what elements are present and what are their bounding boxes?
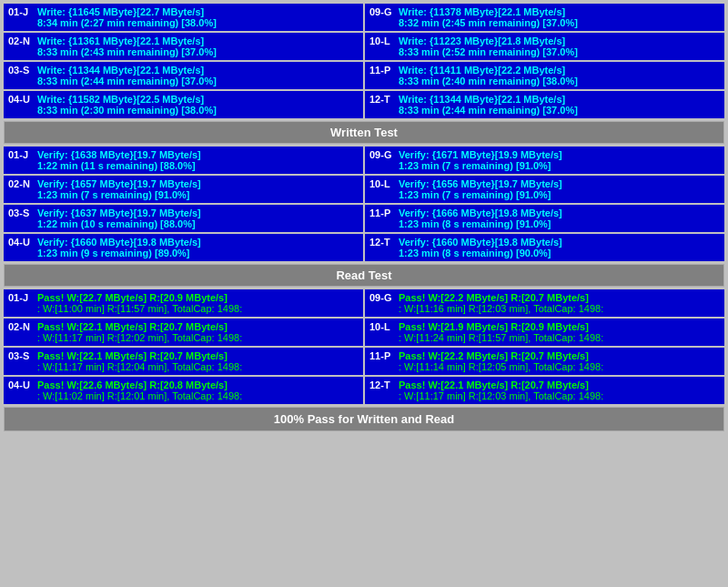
cell-line2: 1:22 min (10 s remaining) [88.0%] [37, 218, 201, 229]
write-grid-cell-1-left: 02-NWrite: {11361 MByte}[22.1 MByte/s]8:… [4, 33, 363, 60]
cell-line1: Write: {11344 MByte}[22.1 MByte/s] [399, 94, 578, 105]
drive-id: 12-T [369, 94, 395, 105]
cell-line2: : W:[11:17 min] R:[12:03 min], TotalCap:… [399, 390, 603, 401]
drive-id: 10-L [369, 321, 395, 332]
write-grid-cell-3-right: 12-TWrite: {11344 MByte}[22.1 MByte/s]8:… [365, 91, 724, 118]
verify-grid-cell-3-right: 12-TVerify: {1660 MByte}[19.8 MByte/s]1:… [365, 234, 724, 261]
pass-section: 01-JPass! W:[22.7 MByte/s] R:[20.9 MByte… [4, 289, 724, 404]
cell-line1: Write: {11344 MByte}[22.1 MByte/s] [37, 65, 217, 76]
write-grid-cell-1-right: 10-LWrite: {11223 MByte}[21.8 MByte/s]8:… [365, 33, 724, 60]
written-test-header: Written Test [4, 121, 724, 144]
cell-line2: : W:[11:24 min] R:[11:57 min], TotalCap:… [399, 332, 603, 343]
cell-line1: Verify: {1638 MByte}[19.7 MByte/s] [37, 149, 201, 160]
cell-line1: Pass! W:[22.2 MByte/s] R:[20.7 MByte/s] [399, 350, 603, 361]
write-grid-cell-0-right: 09-GWrite: {11378 MByte}[22.1 MByte/s]8:… [365, 4, 724, 31]
write-grid: 01-JWrite: {11645 MByte}[22.7 MByte/s]8:… [4, 4, 724, 118]
verify-section: 01-JVerify: {1638 MByte}[19.7 MByte/s]1:… [4, 147, 724, 261]
cell-line1: Write: {11223 MByte}[21.8 MByte/s] [399, 35, 578, 46]
drive-id: 02-N [8, 35, 34, 46]
cell-line2: : W:[11:17 min] R:[12:04 min], TotalCap:… [37, 361, 242, 372]
cell-line2: 1:23 min (8 s remaining) [90.0%] [399, 248, 562, 258]
drive-id: 11-P [369, 65, 395, 76]
cell-line1: Write: {11361 MByte}[22.1 MByte/s] [37, 35, 217, 46]
footer: 100% Pass for Written and Read [4, 407, 724, 431]
drive-id: 01-J [8, 6, 34, 17]
verify-grid: 01-JVerify: {1638 MByte}[19.7 MByte/s]1:… [4, 147, 724, 261]
verify-grid-cell-0-left: 01-JVerify: {1638 MByte}[19.7 MByte/s]1:… [4, 147, 363, 174]
pass-grid-cell-1-left: 02-NPass! W:[22.1 MByte/s] R:[20.7 MByte… [4, 319, 363, 346]
write-section: 01-JWrite: {11645 MByte}[22.7 MByte/s]8:… [4, 4, 724, 118]
verify-grid-cell-2-right: 11-PVerify: {1666 MByte}[19.8 MByte/s]1:… [365, 205, 724, 232]
cell-line1: Verify: {1637 MByte}[19.7 MByte/s] [37, 207, 201, 218]
cell-line1: Pass! W:[22.1 MByte/s] R:[20.7 MByte/s] [399, 380, 603, 390]
cell-line2: : W:[11:14 min] R:[12:05 min], TotalCap:… [399, 361, 603, 372]
cell-line2: 1:23 min (7 s remaining) [91.0%] [37, 189, 201, 200]
write-grid-cell-2-left: 03-SWrite: {11344 MByte}[22.1 MByte/s]8:… [4, 62, 363, 89]
cell-line2: 8:33 min (2:44 min remaining) [37.0%] [399, 105, 578, 116]
pass-grid-cell-0-left: 01-JPass! W:[22.7 MByte/s] R:[20.9 MByte… [4, 289, 363, 317]
cell-line1: Pass! W:[22.1 MByte/s] R:[20.7 MByte/s] [37, 350, 242, 361]
write-grid-cell-3-left: 04-UWrite: {11582 MByte}[22.5 MByte/s]8:… [4, 91, 363, 118]
cell-line2: 1:22 min (11 s remaining) [88.0%] [37, 160, 201, 171]
cell-line2: : W:[11:16 min] R:[12:03 min], TotalCap:… [399, 303, 603, 314]
drive-id: 04-U [8, 380, 34, 390]
pass-grid-cell-0-right: 09-GPass! W:[22.2 MByte/s] R:[20.7 MByte… [365, 289, 724, 317]
drive-id: 04-U [8, 237, 34, 248]
cell-line1: Verify: {1666 MByte}[19.8 MByte/s] [399, 207, 562, 218]
verify-grid-cell-3-left: 04-UVerify: {1660 MByte}[19.8 MByte/s]1:… [4, 234, 363, 261]
drive-id: 10-L [369, 35, 395, 46]
cell-line2: 1:23 min (9 s remaining) [89.0%] [37, 248, 201, 258]
cell-line1: Verify: {1660 MByte}[19.8 MByte/s] [399, 237, 562, 248]
verify-grid-cell-2-left: 03-SVerify: {1637 MByte}[19.7 MByte/s]1:… [4, 205, 363, 232]
cell-line2: 1:23 min (7 s remaining) [91.0%] [399, 189, 562, 200]
cell-line1: Write: {11645 MByte}[22.7 MByte/s] [37, 6, 217, 17]
read-test-header: Read Test [4, 264, 724, 287]
cell-line1: Pass! W:[22.1 MByte/s] R:[20.7 MByte/s] [37, 321, 242, 332]
cell-line1: Verify: {1657 MByte}[19.7 MByte/s] [37, 178, 201, 189]
verify-grid-cell-1-left: 02-NVerify: {1657 MByte}[19.7 MByte/s]1:… [4, 176, 363, 203]
cell-line1: Pass! W:[22.6 MByte/s] R:[20.8 MByte/s] [37, 380, 242, 390]
cell-line1: Pass! W:[21.9 MByte/s] R:[20.9 MByte/s] [399, 321, 603, 332]
cell-line1: Write: {11411 MByte}[22.2 MByte/s] [399, 65, 578, 76]
write-grid-cell-0-left: 01-JWrite: {11645 MByte}[22.7 MByte/s]8:… [4, 4, 363, 31]
drive-id: 03-S [8, 350, 34, 361]
drive-id: 03-S [8, 207, 34, 218]
drive-id: 09-G [369, 149, 395, 160]
drive-id: 01-J [8, 149, 34, 160]
drive-id: 12-T [369, 237, 395, 248]
drive-id: 10-L [369, 178, 395, 189]
cell-line1: Write: {11378 MByte}[22.1 MByte/s] [399, 6, 578, 17]
cell-line2: 1:23 min (7 s remaining) [91.0%] [399, 160, 562, 171]
drive-id: 11-P [369, 350, 395, 361]
cell-line2: : W:[11:17 min] R:[12:02 min], TotalCap:… [37, 332, 242, 343]
pass-grid-cell-2-right: 11-PPass! W:[22.2 MByte/s] R:[20.7 MByte… [365, 348, 724, 375]
drive-id: 02-N [8, 321, 34, 332]
drive-id: 02-N [8, 178, 34, 189]
pass-grid-cell-3-left: 04-UPass! W:[22.6 MByte/s] R:[20.8 MByte… [4, 377, 363, 404]
cell-line1: Verify: {1656 MByte}[19.7 MByte/s] [399, 178, 562, 189]
drive-id: 12-T [369, 380, 395, 390]
pass-grid-cell-2-left: 03-SPass! W:[22.1 MByte/s] R:[20.7 MByte… [4, 348, 363, 375]
cell-line1: Verify: {1671 MByte}[19.9 MByte/s] [399, 149, 562, 160]
cell-line2: 8:33 min (2:30 min remaining) [38.0%] [37, 105, 217, 116]
cell-line1: Verify: {1660 MByte}[19.8 MByte/s] [37, 237, 201, 248]
cell-line2: : W:[11:02 min] R:[12:01 min], TotalCap:… [37, 390, 242, 401]
cell-line2: 8:34 min (2:27 min remaining) [38.0%] [37, 17, 217, 28]
drive-id: 01-J [8, 292, 34, 303]
cell-line2: 1:23 min (8 s remaining) [91.0%] [399, 218, 562, 229]
main-container: 01-JWrite: {11645 MByte}[22.7 MByte/s]8:… [0, 0, 728, 435]
drive-id: 09-G [369, 292, 395, 303]
drive-id: 04-U [8, 94, 34, 105]
cell-line2: 8:33 min (2:44 min remaining) [37.0%] [37, 76, 217, 86]
cell-line2: 8:33 min (2:52 min remaining) [37.0%] [399, 46, 578, 57]
drive-id: 09-G [369, 6, 395, 17]
cell-line2: 8:33 min (2:43 min remaining) [37.0%] [37, 46, 217, 57]
cell-line1: Pass! W:[22.2 MByte/s] R:[20.7 MByte/s] [399, 292, 603, 303]
pass-grid: 01-JPass! W:[22.7 MByte/s] R:[20.9 MByte… [4, 289, 724, 404]
cell-line2: 8:32 min (2:45 min remaining) [37.0%] [399, 17, 578, 28]
drive-id: 03-S [8, 65, 34, 76]
cell-line2: 8:33 min (2:40 min remaining) [38.0%] [399, 76, 578, 86]
verify-grid-cell-0-right: 09-GVerify: {1671 MByte}[19.9 MByte/s]1:… [365, 147, 724, 174]
write-grid-cell-2-right: 11-PWrite: {11411 MByte}[22.2 MByte/s]8:… [365, 62, 724, 89]
cell-line1: Pass! W:[22.7 MByte/s] R:[20.9 MByte/s] [37, 292, 242, 303]
